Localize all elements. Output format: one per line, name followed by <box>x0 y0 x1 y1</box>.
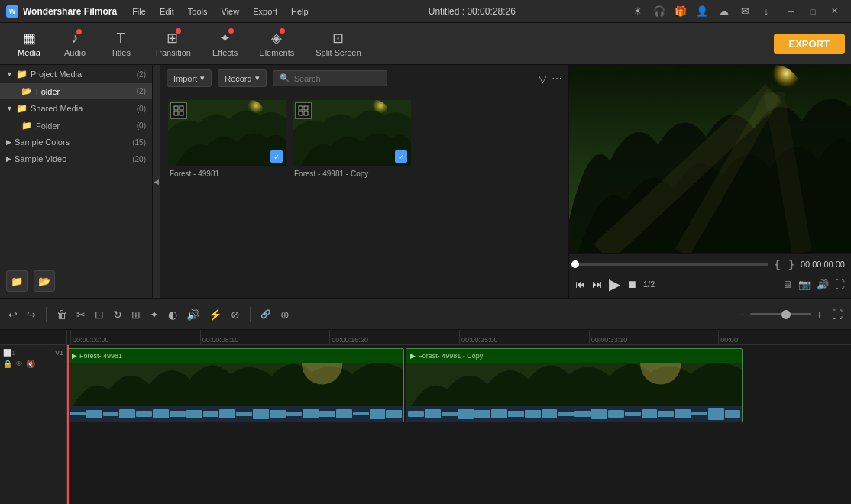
mail-icon[interactable]: ✉ <box>736 3 753 20</box>
toolbar-effects[interactable]: ✦ Effects <box>202 27 248 60</box>
sample-video-section[interactable]: ▶ Sample Video (20) <box>0 150 152 167</box>
menu-tools[interactable]: Tools <box>182 5 214 18</box>
toolbar-split-screen[interactable]: ⊡ Split Screen <box>305 27 371 60</box>
search-input[interactable] <box>294 74 380 83</box>
audio-bar <box>303 409 319 418</box>
titlebar: W Wondershare Filmora File Edit Tools Vi… <box>0 0 851 23</box>
toolbar-transition[interactable]: ⊞ Transition <box>144 27 202 60</box>
cloud-icon[interactable]: ☁ <box>715 3 732 20</box>
audio-bar <box>442 412 458 416</box>
magic-button[interactable]: ✦ <box>147 306 161 323</box>
close-button[interactable]: ✕ <box>823 3 845 20</box>
toolbar-audio[interactable]: ♪ Audio <box>52 27 98 60</box>
monitor-icon[interactable]: 🖥 <box>782 279 792 290</box>
step-back-button[interactable]: ⏭ <box>592 278 603 290</box>
stabilize-button[interactable]: ⊘ <box>228 306 242 323</box>
timeline-playhead <box>67 345 69 504</box>
media-item-0[interactable]: ✓ Forest - 49981 <box>168 100 286 290</box>
headphones-icon[interactable]: 🎧 <box>651 3 668 20</box>
clip-forest-2[interactable]: ▶ Forest- 49981 - Copy <box>406 348 743 422</box>
project-media-section[interactable]: ▼ 📁 Project Media (2) <box>0 65 152 83</box>
folder-item-shared[interactable]: 📁 Folder (0) <box>0 118 152 134</box>
menu-view[interactable]: View <box>215 5 246 18</box>
audio-bar <box>219 409 235 418</box>
folder-item-project[interactable]: 📂 Folder (2) <box>0 83 152 99</box>
svg-rect-8 <box>299 106 303 110</box>
maximize-button[interactable]: □ <box>802 3 823 20</box>
filter-icon[interactable]: ▽ <box>539 73 547 85</box>
track-visibility-icon[interactable]: 👁 <box>15 360 23 368</box>
audio-bar <box>286 412 303 416</box>
zoom-slider[interactable] <box>750 313 811 315</box>
sample-colors-label: Sample Colors <box>15 137 70 147</box>
menu-export[interactable]: Export <box>247 5 283 18</box>
elements-label: Elements <box>259 48 294 57</box>
audio-bar <box>103 412 119 416</box>
sample-colors-section[interactable]: ▶ Sample Colors (15) <box>0 134 152 150</box>
media-toolbar: Import ▾ Record ▾ 🔍 ▽ ⋯ <box>160 65 568 92</box>
download-icon[interactable]: ↓ <box>758 3 775 20</box>
toolbar-media[interactable]: ▦ Media <box>6 27 52 60</box>
audio-bar <box>508 411 524 416</box>
minimize-button[interactable]: ─ <box>781 3 802 20</box>
link-button[interactable]: 🔗 <box>258 307 273 321</box>
record-dropdown[interactable]: Record ▾ <box>218 69 266 87</box>
project-media-folder-icon: 📁 <box>16 69 28 79</box>
gift-icon[interactable]: 🎁 <box>672 3 689 20</box>
audio-bar <box>574 411 591 418</box>
rotate-button[interactable]: ↻ <box>111 306 125 323</box>
progress-thumb <box>571 260 579 268</box>
expand-icon[interactable]: ⛶ <box>835 279 845 290</box>
grid-menu-icon[interactable]: ⋯ <box>552 73 562 85</box>
user-icon[interactable]: 👤 <box>694 3 710 20</box>
panel-collapse-button[interactable]: ◀ <box>153 65 160 298</box>
undo-button[interactable]: ↩ <box>6 306 20 323</box>
redo-button[interactable]: ↪ <box>24 306 38 323</box>
crop-button[interactable]: ⊡ <box>92 306 106 323</box>
import-label: Import <box>173 74 197 83</box>
menu-file[interactable]: File <box>126 5 152 18</box>
media-thumb-0: ✓ <box>168 100 286 166</box>
zoom-out-button[interactable]: − <box>736 306 747 323</box>
zoom-in-button[interactable]: + <box>814 306 825 323</box>
import-dropdown[interactable]: Import ▾ <box>167 69 212 87</box>
app-icon: W <box>6 5 18 18</box>
track-lock-icon[interactable]: 🔒 <box>3 360 12 368</box>
new-folder-button[interactable]: 📁 <box>6 270 28 292</box>
thumb-grid-icon-1 <box>298 105 309 116</box>
volume-icon[interactable]: 🔊 <box>817 279 829 290</box>
media-grid: ✓ Forest - 49981 <box>160 92 568 298</box>
color-button[interactable]: ◐ <box>166 306 180 323</box>
audio-bar <box>353 412 369 416</box>
audio-bar <box>458 409 474 419</box>
zoom-control: − + <box>736 306 825 323</box>
fullscreen-timeline-button[interactable]: ⛶ <box>830 306 845 323</box>
camera-icon[interactable]: 📷 <box>798 279 811 290</box>
menu-edit[interactable]: Edit <box>154 5 180 18</box>
media-item-1[interactable]: ✓ Forest - 49981 - Copy <box>293 100 411 290</box>
speed-button[interactable]: ⚡ <box>206 306 224 323</box>
zoom-fit-button[interactable]: ⊞ <box>129 306 143 323</box>
cut-button[interactable]: ✂ <box>74 306 88 323</box>
stop-button[interactable]: ⏹ <box>626 278 637 290</box>
toolbar-elements[interactable]: ◈ Elements <box>248 27 305 60</box>
audio-bar <box>625 412 641 416</box>
import-chevron-icon: ▾ <box>200 73 205 83</box>
track-audio-icon[interactable]: 🔇 <box>26 360 35 368</box>
shared-media-count: (0) <box>137 105 146 113</box>
progress-bar[interactable] <box>575 263 768 266</box>
audio-btn[interactable]: 🔊 <box>184 306 202 323</box>
toolbar-titles[interactable]: T Titles <box>98 27 144 60</box>
magnet-button[interactable]: ⊕ <box>278 306 292 323</box>
menu-help[interactable]: Help <box>285 5 315 18</box>
prev-frame-button[interactable]: ⏮ <box>575 278 586 290</box>
clip-forest-1[interactable]: ▶ Forest- 49981 <box>67 348 404 422</box>
media-actions: ▽ ⋯ <box>539 73 562 85</box>
preview-area <box>569 65 851 253</box>
play-button[interactable]: ▶ <box>609 275 620 293</box>
import-folder-button[interactable]: 📂 <box>34 270 55 292</box>
export-button[interactable]: EXPORT <box>774 34 845 54</box>
shared-media-section[interactable]: ▼ 📁 Shared Media (0) <box>0 99 152 118</box>
sun-icon[interactable]: ☀ <box>629 3 646 20</box>
delete-button[interactable]: 🗑 <box>54 306 70 323</box>
